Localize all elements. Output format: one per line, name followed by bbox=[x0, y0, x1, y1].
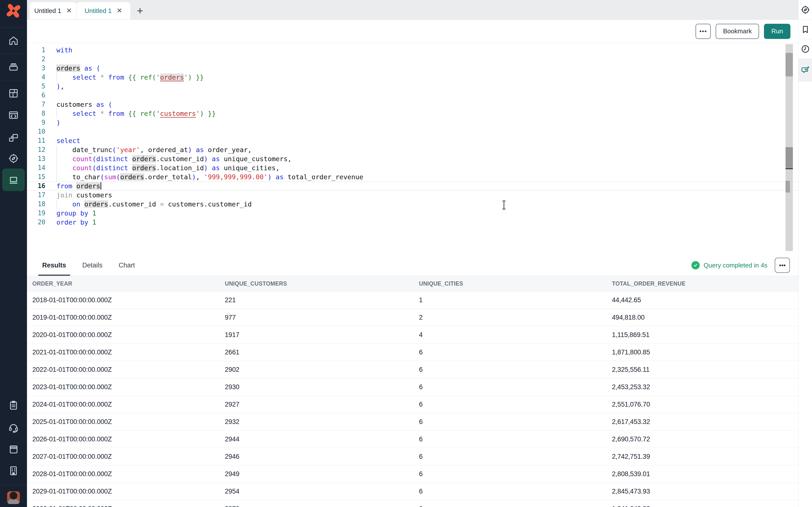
tab-chart[interactable]: Chart bbox=[119, 255, 135, 276]
column-header[interactable]: TOTAL_ORDER_REVENUE bbox=[612, 280, 798, 287]
clipboard-icon[interactable] bbox=[8, 400, 19, 411]
sql-editor[interactable]: 1with23orders as (4 select * from {{ ref… bbox=[27, 43, 798, 255]
table-cell: 2,617,453.32 bbox=[612, 418, 798, 426]
table-cell: 2661 bbox=[225, 348, 419, 356]
table-row[interactable]: 2028-01-01T00:00:00.000Z294962,808,539.0… bbox=[27, 465, 798, 483]
tab-label: Untitled 1 bbox=[85, 7, 111, 15]
table-cell: 2022-01-01T00:00:00.000Z bbox=[32, 366, 225, 374]
line-number: 18 bbox=[27, 200, 56, 209]
table-row[interactable]: 2021-01-01T00:00:00.000Z266161,871,800.8… bbox=[27, 344, 798, 361]
column-header[interactable]: UNIQUE_CUSTOMERS bbox=[225, 280, 419, 287]
code-line[interactable]: 18 on orders.customer_id = customers.cus… bbox=[27, 200, 798, 209]
headset-icon[interactable] bbox=[8, 422, 19, 433]
history-clock-icon[interactable] bbox=[799, 39, 812, 59]
code-line[interactable]: 7customers as ( bbox=[27, 100, 798, 109]
table-cell: 2028-01-01T00:00:00.000Z bbox=[32, 470, 225, 478]
tab-details[interactable]: Details bbox=[83, 255, 103, 276]
windows-icon[interactable] bbox=[8, 132, 19, 143]
table-row[interactable]: 2023-01-01T00:00:00.000Z293062,453,253.3… bbox=[27, 379, 798, 396]
user-avatar[interactable] bbox=[7, 491, 20, 504]
table-cell: 2018-01-01T00:00:00.000Z bbox=[32, 296, 225, 304]
table-cell: 2932 bbox=[225, 418, 419, 426]
line-content: to_char(sum(orders.order_total), '999,99… bbox=[56, 172, 798, 181]
table-row[interactable]: 2018-01-01T00:00:00.000Z221144,442.65 bbox=[27, 291, 798, 309]
table-row[interactable]: 2024-01-01T00:00:00.000Z292762,551,076.7… bbox=[27, 396, 798, 413]
success-check-icon bbox=[692, 261, 700, 269]
sidebar-divider bbox=[0, 54, 27, 54]
code-line[interactable]: 12 date_trunc('year', ordered_at) as ord… bbox=[27, 145, 798, 154]
building-icon[interactable] bbox=[8, 465, 19, 476]
new-tab-button[interactable]: + bbox=[130, 2, 150, 19]
line-content: count(distinct orders.location_id) as un… bbox=[56, 163, 798, 172]
table-cell: 2902 bbox=[225, 366, 419, 374]
table-row[interactable]: 2025-01-01T00:00:00.000Z293262,617,453.3… bbox=[27, 413, 798, 431]
close-icon[interactable]: ✕ bbox=[66, 7, 72, 14]
table-row[interactable]: 2026-01-01T00:00:00.000Z294462,690,570.7… bbox=[27, 431, 798, 448]
table-row[interactable]: 2022-01-01T00:00:00.000Z290262,325,556.1… bbox=[27, 361, 798, 379]
line-number: 10 bbox=[27, 127, 56, 136]
tab-untitled-1[interactable]: Untitled 1 ✕ bbox=[30, 2, 77, 19]
line-number: 3 bbox=[27, 64, 56, 73]
code-line[interactable]: 3orders as ( bbox=[27, 64, 798, 73]
table-cell: 6 bbox=[419, 505, 612, 507]
code-line[interactable]: 6 bbox=[27, 91, 798, 100]
docs-book-icon[interactable] bbox=[8, 444, 19, 455]
table-row[interactable]: 2030-01-01T00:00:00.000Z287961,841,049.3… bbox=[27, 500, 798, 507]
code-line[interactable]: 16from orders bbox=[27, 181, 798, 190]
code-line[interactable]: 5), bbox=[27, 82, 798, 91]
apps-grid-icon[interactable] bbox=[8, 88, 19, 99]
table-cell: 2,551,076.70 bbox=[612, 401, 798, 408]
more-options-button[interactable]: ••• bbox=[696, 24, 711, 39]
tab-untitled-1-second[interactable]: Untitled 1 ✕ bbox=[77, 2, 130, 19]
table-cell: 2,325,556.11 bbox=[612, 366, 798, 374]
table-cell: 6 bbox=[419, 366, 612, 374]
close-icon[interactable]: ✕ bbox=[116, 7, 122, 14]
home-icon[interactable] bbox=[8, 35, 19, 46]
line-content bbox=[56, 91, 798, 100]
code-line[interactable]: 15 to_char(sum(orders.order_total), '999… bbox=[27, 172, 798, 181]
column-header[interactable]: ORDER_YEAR bbox=[32, 280, 225, 287]
editor-caret bbox=[101, 182, 101, 189]
code-line[interactable]: 1with bbox=[27, 46, 798, 55]
results-tab-bar: Results Details Chart Query completed in… bbox=[27, 255, 798, 276]
results-more-button[interactable]: ••• bbox=[775, 258, 790, 273]
line-number: 17 bbox=[27, 190, 56, 200]
projects-tray-icon[interactable] bbox=[8, 61, 19, 72]
code-line[interactable]: 8 select * from {{ ref('customers') }} bbox=[27, 109, 798, 118]
tab-bar: Untitled 1 ✕ Untitled 1 ✕ + bbox=[27, 0, 798, 19]
code-line[interactable]: 10 bbox=[27, 127, 798, 136]
table-body[interactable]: 2018-01-01T00:00:00.000Z221144,442.65201… bbox=[27, 291, 798, 507]
editor-scrollbar[interactable] bbox=[785, 44, 793, 251]
line-number: 15 bbox=[27, 172, 56, 181]
table-row[interactable]: 2027-01-01T00:00:00.000Z294662,742,751.3… bbox=[27, 448, 798, 465]
code-line[interactable]: 4 select * from {{ ref('orders') }} bbox=[27, 73, 798, 82]
compass-icon[interactable] bbox=[799, 0, 812, 19]
compass-icon[interactable] bbox=[8, 153, 19, 164]
code-window-icon[interactable] bbox=[8, 110, 19, 121]
run-button[interactable]: Run bbox=[764, 24, 791, 39]
column-header[interactable]: UNIQUE_CITIES bbox=[419, 280, 612, 287]
tab-results[interactable]: Results bbox=[42, 255, 66, 276]
code-line[interactable]: 2 bbox=[27, 55, 798, 64]
workspace-laptop-icon[interactable] bbox=[2, 169, 25, 191]
code-line[interactable]: 14 count(distinct orders.location_id) as… bbox=[27, 163, 798, 172]
code-line[interactable]: 9) bbox=[27, 118, 798, 127]
app-window: Untitled 1 ✕ Untitled 1 ✕ + ••• Bookmark… bbox=[0, 0, 812, 507]
code-line[interactable]: 13 count(distinct orders.customer_id) as… bbox=[27, 154, 798, 163]
code-lines[interactable]: 1with23orders as (4 select * from {{ ref… bbox=[27, 46, 798, 227]
hex-logo[interactable] bbox=[5, 2, 22, 20]
table-row[interactable]: 2020-01-01T00:00:00.000Z191741,115,869.5… bbox=[27, 326, 798, 344]
code-line[interactable]: 19group by 1 bbox=[27, 209, 798, 218]
code-line[interactable]: 20order by 1 bbox=[27, 218, 798, 227]
code-line[interactable]: 17join customers bbox=[27, 190, 798, 200]
table-row[interactable]: 2029-01-01T00:00:00.000Z295462,845,473.9… bbox=[27, 483, 798, 500]
ai-assistant-icon[interactable] bbox=[799, 59, 812, 81]
bookmark-button[interactable]: Bookmark bbox=[716, 24, 759, 39]
line-content bbox=[56, 127, 798, 136]
table-row[interactable]: 2019-01-01T00:00:00.000Z9772494,818.00 bbox=[27, 309, 798, 326]
bookmark-icon[interactable] bbox=[799, 19, 812, 39]
table-cell: 2,742,751.39 bbox=[612, 453, 798, 460]
line-content: group by 1 bbox=[56, 209, 798, 218]
line-number: 16 bbox=[27, 181, 56, 190]
code-line[interactable]: 11select bbox=[27, 136, 798, 145]
